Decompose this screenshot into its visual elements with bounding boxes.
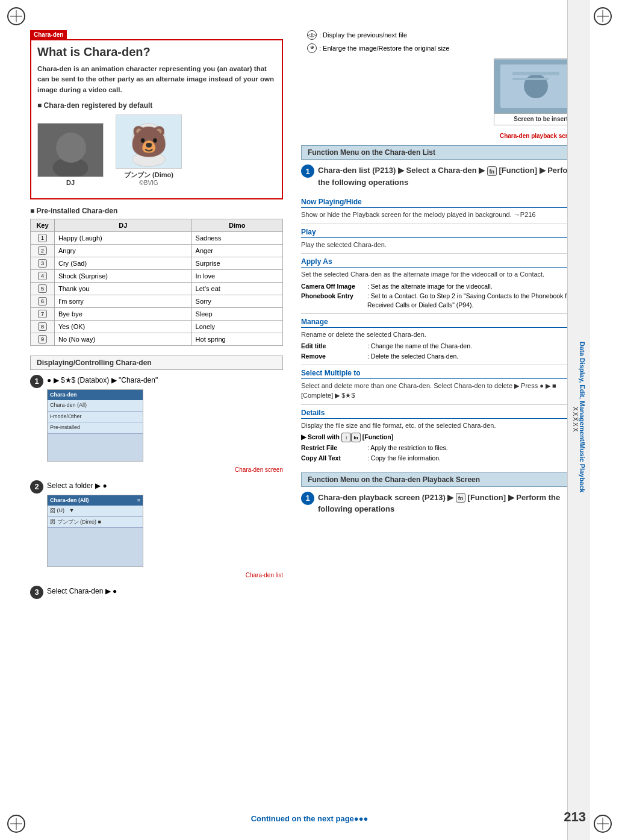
pre-installed-header: ■ Pre-installed Chara-den xyxy=(30,207,283,215)
table-cell-dimo: Sorry xyxy=(191,295,282,307)
what-is-box: What is Chara-den? Chara-den is an anima… xyxy=(30,39,283,199)
right-column: ◁▷ : Display the previous/next file ⊕ : … xyxy=(295,0,590,840)
bullet-2-text: : Enlarge the image/Restore the original… xyxy=(319,43,449,54)
table-cell-key: 7 xyxy=(31,307,55,320)
phonebook-desc: : Set to a Contact. Go to Step 2 in "Sav… xyxy=(367,292,578,309)
svg-point-11 xyxy=(139,137,146,142)
playback-step-1-num: 1 xyxy=(301,492,314,505)
table-row: 8 Yes (OK) Lonely xyxy=(31,320,283,333)
step-3-text: Select Chara-den ▶ ● xyxy=(47,587,117,595)
table-cell-key: 1 xyxy=(31,231,55,244)
divider-2 xyxy=(301,253,578,254)
chara-den-list-label: Chara-den list xyxy=(47,571,283,580)
table-cell-dj: Bye bye xyxy=(55,307,192,320)
apply-as-desc: Set the selected Chara-den as the altern… xyxy=(301,269,578,280)
dj-label: DJ xyxy=(66,179,75,186)
edit-title-row: Edit title : Change the name of the Char… xyxy=(301,342,578,351)
phonebook-row: Phonebook Entry : Set to a Contact. Go t… xyxy=(301,292,578,309)
dimo-image xyxy=(116,114,182,169)
corner-decoration-tl xyxy=(7,7,25,25)
side-label: Data Display, Edit, Management/Music Pla… xyxy=(567,0,590,840)
manage-title: Manage xyxy=(301,318,578,328)
table-cell-dimo: Lonely xyxy=(191,320,282,333)
registered-header: ■ Chara-den registered by default xyxy=(37,101,276,110)
dj-image xyxy=(37,123,104,177)
select-multiple-title: Select Multiple to xyxy=(301,369,578,379)
table-cell-dimo: Surprise xyxy=(191,257,282,269)
chara-den-screen-thumb: Chara-den Chara-den (All) i-mode/Other P… xyxy=(47,389,143,462)
table-cell-key: 3 xyxy=(31,257,55,269)
now-playing-desc: Show or hide the Playback screen for the… xyxy=(301,210,578,220)
step-2-text: Select a folder ▶ ● xyxy=(47,481,107,490)
nav-icon: ◁▷ xyxy=(307,30,317,40)
svg-point-4 xyxy=(66,142,69,146)
screen-thumb-row-1: Chara-den (All) xyxy=(48,400,143,412)
table-cell-key: 8 xyxy=(31,320,55,333)
pre-installed-table: Key DJ Dimo 1 Happy (Laugh) Sadness 2 An… xyxy=(30,219,283,346)
scroll-icon: ↕ xyxy=(341,433,351,442)
screen-to-be-box: Screen to be inserted xyxy=(494,58,578,125)
dimo-sublabel: ©BVIG xyxy=(139,180,158,186)
screen-thumb-header: Chara-den xyxy=(48,390,143,401)
what-is-title: What is Chara-den? xyxy=(37,45,276,59)
list-thumb-row-2: 図 ブンブン (Dimo) ■ xyxy=(48,517,143,528)
bullet-1: ◁▷ : Display the previous/next file xyxy=(307,30,578,41)
phonebook-label: Phonebook Entry xyxy=(301,292,367,309)
remove-label: Remove xyxy=(301,352,367,361)
svg-point-9 xyxy=(142,135,147,140)
divider-3 xyxy=(301,313,578,314)
copy-label: Copy All Text xyxy=(301,454,367,463)
remove-desc: : Delete the selected Chara-den. xyxy=(367,352,578,361)
svg-point-15 xyxy=(132,152,166,166)
table-cell-dj: Cry (Sad) xyxy=(55,257,192,269)
chara-den-tag: Chara-den xyxy=(30,30,67,39)
edit-title-desc: : Change the name of the Chara-den. xyxy=(367,342,578,351)
svg-point-5 xyxy=(73,142,76,146)
continued-text: Continued on the next page●●● xyxy=(251,814,369,823)
side-label-main: Data Display, Edit, Management/Music Pla… xyxy=(579,342,586,492)
table-cell-dj: Angry xyxy=(55,244,192,257)
playback-step-1-row: 1 Chara-den playback screen (P213) ▶ fn … xyxy=(301,492,578,519)
displaying-section-title: Displaying/Controlling Chara-den xyxy=(30,356,283,370)
svg-point-12 xyxy=(152,137,160,142)
scroll-row: ▶ Scroll with ↕fn [Function] xyxy=(301,433,578,442)
manage-desc: Rename or delete the selected Chara-den. xyxy=(301,330,578,340)
function-icon3: fn xyxy=(456,493,465,503)
dj-image-block: DJ xyxy=(37,123,104,186)
list-thumb-row-1: 図 (U) ▼ xyxy=(48,506,143,517)
camera-off-row: Camera Off Image : Set as the alternate … xyxy=(301,282,578,291)
table-cell-dj: Yes (OK) xyxy=(55,320,192,333)
table-col-dj: DJ xyxy=(55,219,192,231)
page-number: 213 xyxy=(564,809,586,825)
table-cell-dj: I'm sorry xyxy=(55,295,192,307)
screen-thumb-row-3: Pre-installed xyxy=(48,422,143,434)
screen-thumb-row-2: i-mode/Other xyxy=(48,412,143,423)
table-cell-dj: Happy (Laugh) xyxy=(55,231,192,244)
table-row: 4 Shock (Surprise) In love xyxy=(31,269,283,282)
step-1-num: 1 xyxy=(30,375,43,388)
scroll-desc: ▶ Scroll with ↕fn [Function] xyxy=(301,433,578,442)
func-step-1-num: 1 xyxy=(301,165,314,178)
step-2-row: 2 Select a folder ▶ ● Chara-den (All)≡ 図… xyxy=(30,480,283,580)
remove-row: Remove : Delete the selected Chara-den. xyxy=(301,352,578,361)
divider-5 xyxy=(301,404,578,405)
svg-point-13 xyxy=(134,130,143,137)
zoom-icon: ⊕ xyxy=(307,43,317,53)
function-icon2: fn xyxy=(351,433,361,442)
function-icon: fn xyxy=(487,166,497,176)
svg-point-10 xyxy=(152,135,157,140)
corner-decoration-br xyxy=(594,815,612,833)
table-cell-key: 6 xyxy=(31,295,55,307)
details-desc: Display the file size and file format, e… xyxy=(301,421,578,431)
divider-1 xyxy=(301,224,578,224)
top-bullets: ◁▷ : Display the previous/next file ⊕ : … xyxy=(301,30,578,54)
chara-den-list-thumb: Chara-den (All)≡ 図 (U) ▼ 図 ブンブン (Dimo) ■ xyxy=(47,495,143,567)
playback-step-1-content: Chara-den playback screen (P213) ▶ fn [F… xyxy=(318,492,578,519)
dimo-image-block: ブンブン (Dimo) ©BVIG xyxy=(116,114,182,186)
svg-point-8 xyxy=(137,128,160,151)
copy-row: Copy All Text : Copy the file informatio… xyxy=(301,454,578,463)
step-3-content: Select Chara-den ▶ ● xyxy=(47,586,283,597)
screen-to-be-image xyxy=(494,59,577,113)
table-cell-key: 2 xyxy=(31,244,55,257)
table-cell-dj: Thank you xyxy=(55,282,192,295)
